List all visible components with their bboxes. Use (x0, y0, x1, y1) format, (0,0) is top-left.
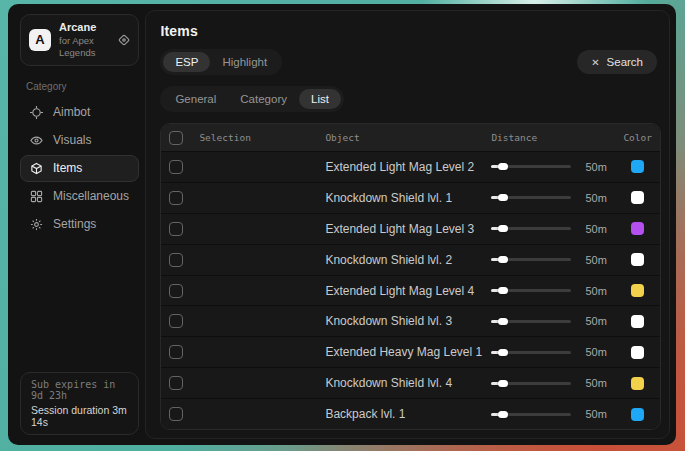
distance-value: 50m (585, 223, 623, 235)
color-swatch[interactable] (631, 377, 644, 390)
distance-slider[interactable] (491, 193, 571, 203)
search-button[interactable]: ✕ Search (577, 50, 657, 74)
diamond-pin-icon[interactable] (118, 34, 130, 46)
distance-value: 50m (585, 408, 623, 420)
row-checkbox[interactable] (169, 253, 183, 267)
slider-thumb[interactable] (498, 194, 508, 201)
distance-slider[interactable] (491, 378, 571, 388)
slider-thumb[interactable] (498, 318, 508, 325)
color-swatch[interactable] (631, 284, 644, 297)
color-swatch[interactable] (631, 315, 644, 328)
table-row: Extended Light Mag Level 4 50m (161, 275, 660, 306)
row-checkbox[interactable] (169, 376, 183, 390)
tab-highlight[interactable]: Highlight (210, 52, 279, 72)
row-checkbox[interactable] (169, 407, 183, 421)
distance-slider[interactable] (491, 162, 571, 172)
distance-value: 50m (585, 285, 623, 297)
sidebar-item-miscellaneous[interactable]: Miscellaneous (20, 183, 139, 210)
slider-thumb[interactable] (498, 287, 508, 294)
distance-value: 50m (585, 346, 623, 358)
slider-thumb[interactable] (498, 411, 508, 418)
slider-thumb[interactable] (498, 380, 508, 387)
row-checkbox[interactable] (169, 222, 183, 236)
sidebar-item-label: Settings (53, 217, 96, 231)
mode-tabs: ESP Highlight (160, 49, 282, 75)
sidebar-item-label: Miscellaneous (53, 189, 129, 203)
column-header-selection: Selection (199, 132, 325, 143)
distance-value: 50m (585, 254, 623, 266)
object-name: Extended Light Mag Level 2 (325, 160, 491, 174)
row-checkbox[interactable] (169, 191, 183, 205)
distance-value: 50m (585, 315, 623, 327)
sidebar-item-label: Visuals (53, 133, 91, 147)
column-header-distance: Distance (491, 132, 585, 143)
table-header: Selection Object Distance Color (161, 124, 660, 152)
distance-slider[interactable] (491, 347, 571, 357)
distance-value: 50m (585, 161, 623, 173)
color-swatch[interactable] (631, 222, 644, 235)
table-row: Knockdown Shield lvl. 2 50m (161, 244, 660, 275)
table-row: Extended Light Mag Level 3 50m (161, 213, 660, 244)
session-duration: Session duration 3m 14s (31, 404, 128, 428)
object-name: Knockdown Shield lvl. 2 (325, 253, 491, 267)
main-panel: Items ESP Highlight ✕ Search General Cat… (145, 10, 670, 439)
object-name: Knockdown Shield lvl. 4 (325, 376, 491, 390)
eye-icon (30, 134, 43, 147)
logo-card: A Arcane for Apex Legends (20, 14, 139, 66)
sidebar-section-label: Category (26, 81, 133, 92)
tab-esp[interactable]: ESP (163, 52, 210, 72)
table-row: Knockdown Shield lvl. 4 50m (161, 367, 660, 398)
table-row: Extended Heavy Mag Level 1 50m (161, 336, 660, 367)
page-title: Items (160, 23, 661, 39)
cube-icon (30, 162, 43, 175)
distance-slider[interactable] (491, 224, 571, 234)
column-header-color: Color (623, 132, 652, 143)
row-checkbox[interactable] (169, 345, 183, 359)
sidebar-item-visuals[interactable]: Visuals (20, 127, 139, 154)
toolbar: ESP Highlight ✕ Search (160, 49, 661, 75)
distance-slider[interactable] (491, 286, 571, 296)
slider-thumb[interactable] (498, 349, 508, 356)
crosshair-icon (30, 106, 43, 119)
table-body: Extended Light Mag Level 2 50m Knockdown… (161, 152, 660, 429)
sidebar-item-items[interactable]: Items (20, 155, 139, 182)
color-swatch[interactable] (631, 191, 644, 204)
sidebar-item-settings[interactable]: Settings (20, 211, 139, 238)
table-row: Backpack lvl. 1 50m (161, 398, 660, 429)
object-name: Backpack lvl. 1 (325, 407, 491, 421)
tab-general[interactable]: General (163, 89, 228, 109)
app-subtitle: for Apex Legends (59, 35, 110, 59)
grid-icon (30, 190, 43, 203)
distance-slider[interactable] (491, 409, 571, 419)
distance-slider[interactable] (491, 255, 571, 265)
slider-thumb[interactable] (498, 256, 508, 263)
sidebar-item-label: Aimbot (53, 105, 90, 119)
session-card: Sub expires in 9d 23h Session duration 3… (20, 372, 139, 435)
slider-thumb[interactable] (498, 163, 508, 170)
column-header-object: Object (325, 132, 491, 143)
distance-slider[interactable] (491, 316, 571, 326)
tab-list[interactable]: List (299, 89, 341, 109)
x-icon: ✕ (591, 57, 599, 68)
table-row: Knockdown Shield lvl. 1 50m (161, 182, 660, 213)
tab-category[interactable]: Category (228, 89, 299, 109)
object-name: Extended Light Mag Level 3 (325, 222, 491, 236)
color-swatch[interactable] (631, 160, 644, 173)
object-name: Knockdown Shield lvl. 1 (325, 191, 491, 205)
distance-value: 50m (585, 192, 623, 204)
color-swatch[interactable] (631, 346, 644, 359)
row-checkbox[interactable] (169, 160, 183, 174)
slider-thumb[interactable] (498, 225, 508, 232)
object-name: Extended Light Mag Level 4 (325, 284, 491, 298)
color-swatch[interactable] (631, 253, 644, 266)
color-swatch[interactable] (631, 408, 644, 421)
items-table: Selection Object Distance Color Extended… (160, 123, 661, 430)
sidebar-item-aimbot[interactable]: Aimbot (20, 99, 139, 126)
logo-text: Arcane for Apex Legends (59, 21, 110, 59)
app-logo: A (29, 29, 51, 51)
row-checkbox[interactable] (169, 284, 183, 298)
object-name: Extended Heavy Mag Level 1 (325, 345, 491, 359)
row-checkbox[interactable] (169, 314, 183, 328)
select-all-checkbox[interactable] (169, 131, 183, 145)
sidebar-item-label: Items (53, 161, 82, 175)
